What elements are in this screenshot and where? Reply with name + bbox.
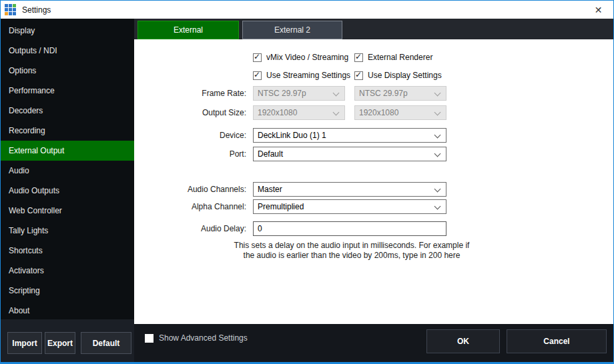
chevron-down-icon [434,132,441,139]
audio-delay-help-text: This sets a delay on the audio input in … [221,241,483,261]
chevron-down-icon [434,151,441,157]
external-renderer-checkbox[interactable]: ✓ External Renderer [354,53,432,62]
chevron-down-icon [434,186,441,193]
output-size-label: Output Size: [134,105,246,120]
audio-delay-input[interactable] [253,221,446,236]
vmix-logo-icon [5,4,17,16]
chevron-down-icon [333,109,340,116]
external-output-panel: ✓ vMix Video / Streaming ✓ External Rend… [134,39,613,324]
show-advanced-settings-label: Show Advanced Settings [159,333,248,343]
sidebar-item-display[interactable]: Display [1,21,134,41]
sidebar-item-options[interactable]: Options [1,61,134,81]
sidebar-footer: Import Export Default [1,319,134,363]
cancel-button[interactable]: Cancel [507,329,607,353]
sidebar-item-web-controller[interactable]: Web Controller [1,201,134,221]
sidebar-item-audio-outputs[interactable]: Audio Outputs [1,181,134,201]
sidebar-item-activators[interactable]: Activators [1,261,134,281]
vmix-video-streaming-checkbox[interactable]: ✓ vMix Video / Streaming [253,53,348,62]
sidebar-item-external-output[interactable]: External Output [1,141,134,161]
use-display-settings-checkbox[interactable]: ✓ Use Display Settings [354,71,442,80]
checkbox-label: Use Streaming Settings [266,71,350,80]
window-title: Settings [22,5,51,15]
audio-channels-select[interactable]: Master [253,182,446,197]
dialog-footer: Show Advanced Settings OK Cancel [134,324,613,363]
checkbox-checked-icon: ✓ [253,71,262,80]
chevron-down-icon [434,90,441,97]
tab-bar: External External 2 [134,19,613,39]
checkbox-label: External Renderer [368,53,432,62]
tab-external-2[interactable]: External 2 [242,21,342,39]
alpha-channel-label: Alpha Channel: [134,199,246,214]
chevron-down-icon [434,203,441,210]
sidebar-item-tally-lights[interactable]: Tally Lights [1,221,134,241]
export-button[interactable]: Export [45,332,75,354]
ok-button[interactable]: OK [426,329,500,353]
title-bar: Settings ✕ [1,1,613,19]
sidebar-item-scripting[interactable]: Scripting [1,281,134,301]
close-icon[interactable]: ✕ [583,1,613,19]
port-label: Port: [134,147,246,161]
frame-rate-select-2[interactable]: NTSC 29.97p [354,86,446,101]
sidebar-item-performance[interactable]: Performance [1,81,134,101]
use-streaming-settings-checkbox[interactable]: ✓ Use Streaming Settings [253,71,350,80]
show-advanced-settings-checkbox[interactable] [145,334,154,343]
settings-sidebar: Display Outputs / NDI Options Performanc… [1,19,134,319]
device-label: Device: [134,128,246,143]
audio-channels-label: Audio Channels: [134,182,246,197]
chevron-down-icon [333,90,340,97]
import-button[interactable]: Import [7,332,42,354]
default-button[interactable]: Default [81,332,131,354]
output-size-select-1[interactable]: 1920x1080 [253,105,345,120]
settings-window: Settings ✕ Display Outputs / NDI Options… [0,0,614,364]
checkbox-checked-icon: ✓ [354,71,363,80]
sidebar-item-audio[interactable]: Audio [1,161,134,181]
tab-external[interactable]: External [137,21,239,39]
sidebar-item-about[interactable]: About [1,301,134,321]
audio-delay-label: Audio Delay: [134,221,246,236]
sidebar-item-recording[interactable]: Recording [1,121,134,141]
sidebar-item-outputs-ndi[interactable]: Outputs / NDI [1,41,134,61]
port-select[interactable]: Default [253,147,446,161]
checkbox-label: vMix Video / Streaming [266,53,348,62]
output-size-select-2[interactable]: 1920x1080 [354,105,446,120]
frame-rate-label: Frame Rate: [134,86,246,101]
frame-rate-select-1[interactable]: NTSC 29.97p [253,86,345,101]
sidebar-item-shortcuts[interactable]: Shortcuts [1,241,134,261]
chevron-down-icon [434,109,441,116]
checkbox-checked-icon: ✓ [253,53,262,62]
sidebar-item-decoders[interactable]: Decoders [1,101,134,121]
device-select[interactable]: DeckLink Duo (1) 1 [253,128,446,143]
checkbox-label: Use Display Settings [368,71,442,80]
alpha-channel-select[interactable]: Premultiplied [253,199,446,214]
checkbox-checked-icon: ✓ [354,53,363,62]
